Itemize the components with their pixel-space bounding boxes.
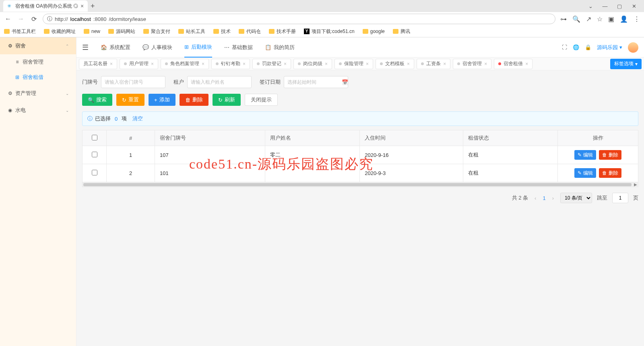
page-tabs: 员工花名册× 用户管理× 角色档案管理× 钉钉考勤× 罚款登记× 岗位岗级× 保… [76,58,644,70]
close-icon[interactable]: × [525,61,528,67]
door-input[interactable] [101,76,165,88]
delete-button[interactable]: 🗑删除 [180,94,208,106]
bookmark-item[interactable]: 代码仓 [239,28,261,35]
dot-icon [421,62,424,65]
bookmark-item[interactable]: 收藏的网址 [44,28,76,35]
grid-icon: ⊞ [184,44,189,50]
edit-button[interactable]: ✎编辑 [574,168,596,178]
close-icon[interactable]: × [284,61,287,67]
close-window-icon[interactable]: ✕ [630,3,638,9]
next-page-button[interactable]: › [551,195,555,201]
globe-icon[interactable]: 🌐 [573,44,579,50]
bookmark-item[interactable]: 聚合支付 [143,28,170,35]
horizontal-scrollbar[interactable]: ▶ [82,182,638,187]
avatar[interactable] [628,42,638,53]
url-input[interactable]: ⓘ http://localhost:8080/dormitory/lease [43,14,555,24]
nav-hr[interactable]: 💬人事模块 [142,37,172,58]
bookmark-item[interactable]: 技术 [213,28,231,35]
close-tip-button[interactable]: 关闭提示 [245,94,278,106]
user-dropdown[interactable]: 源码乐园▾ [597,44,622,51]
nav-system[interactable]: 🏠系统配置 [101,37,130,58]
close-icon[interactable]: × [202,61,204,67]
refresh-button[interactable]: ↻刷新 [213,94,241,106]
browser-tab[interactable]: ✳ 宿舍租借 OA协同办公系统 ◎ × [3,0,88,12]
close-icon[interactable]: × [110,61,113,67]
bookmark-item[interactable]: 书签工具栏 [4,28,36,35]
close-icon[interactable]: × [243,61,246,67]
star-icon[interactable]: ☆ [597,15,603,23]
reset-button[interactable]: ↻重置 [116,94,144,106]
page-tab[interactable]: 保险管理× [334,59,373,69]
extensions-icon[interactable]: ▣ [608,15,614,23]
edit-button[interactable]: ✎编辑 [574,150,596,160]
fullscreen-icon[interactable]: ⛶ [562,44,567,50]
add-button[interactable]: +添加 [149,94,175,106]
date-input[interactable] [284,76,348,88]
menu-icon[interactable]: ⋮ [634,15,640,23]
bookmark-item[interactable]: 腾讯 [393,28,410,35]
row-checkbox[interactable] [92,152,97,157]
close-icon[interactable]: × [325,61,328,67]
back-icon[interactable]: ← [4,15,12,23]
page-tab[interactable]: 员工花名册× [79,59,117,69]
clear-selection[interactable]: 清空 [132,115,143,122]
prev-page-button[interactable]: ‹ [533,195,538,201]
bookmark-item[interactable]: Y项目下载:code51.cn [304,28,355,35]
chevron-down-icon[interactable]: ⌄ [587,3,594,9]
current-page[interactable]: 1 [543,195,545,201]
bookmark-item[interactable]: 源码网站 [108,28,135,35]
page-tab-active[interactable]: 宿舍租借× [494,59,533,69]
calendar-icon[interactable]: 📅 [342,79,348,85]
page-tab[interactable]: 工资条× [417,59,450,69]
lock-icon[interactable]: 🔒 [585,44,591,50]
tenant-input[interactable] [187,76,252,88]
maximize-icon[interactable]: ▢ [616,3,623,9]
close-icon[interactable]: × [80,3,84,9]
select-all-checkbox[interactable] [92,135,97,140]
close-icon[interactable]: × [407,61,410,67]
nav-resume[interactable]: 📋我的简历 [265,37,295,58]
page-size-select[interactable]: 10 条/页 [560,193,592,203]
sidebar-item-dorm-lease[interactable]: ⊞ 宿舍租借 [0,70,76,85]
scroll-right-icon[interactable]: ▶ [634,182,637,187]
profile-icon[interactable]: 👤 [620,15,628,23]
row-delete-button[interactable]: 🗑删除 [599,150,621,160]
nav-logistics[interactable]: ⊞后勤模块 [184,37,212,58]
close-icon[interactable]: × [366,61,369,67]
page-tab[interactable]: 用户管理× [120,59,158,69]
forward-icon[interactable]: → [17,15,25,23]
tab-options-button[interactable]: 标签选项▾ [610,59,642,69]
reload-icon[interactable]: ⟳ [30,15,38,23]
goto-page-input[interactable] [612,193,628,203]
sidebar-item-dorm-manage[interactable]: ≡ 宿舍管理 [0,54,76,70]
search-button[interactable]: 🔍搜索 [82,94,112,106]
new-tab-button[interactable]: + [88,2,97,10]
page-tab[interactable]: 罚款登记× [252,59,291,69]
sidebar-group-utilities[interactable]: ◉ 水电 ⌄ [0,102,76,119]
bookmark-item[interactable]: 站长工具 [178,28,205,35]
sidebar-group-assets[interactable]: ⚙ 资产管理 ⌄ [0,85,76,102]
row-checkbox[interactable] [92,170,97,175]
page-tab[interactable]: 角色档案管理× [161,59,209,69]
key-icon[interactable]: ⊶ [560,15,567,23]
scrollbar-thumb[interactable] [83,183,632,186]
bookmark-item[interactable]: new [84,29,100,34]
close-icon[interactable]: × [443,61,446,67]
page-tab[interactable]: 宿舍管理× [453,59,491,69]
bookmark-item[interactable]: google [363,29,385,34]
minimize-icon[interactable]: — [601,3,609,9]
nav-basedata[interactable]: ⋯基础数据 [224,37,253,58]
bookmark-item[interactable]: 技术手册 [269,28,296,35]
page-tab[interactable]: 岗位岗级× [293,59,332,69]
close-icon[interactable]: × [484,61,487,67]
page-tab[interactable]: 钉钉考勤× [211,59,250,69]
hamburger-icon[interactable]: ☰ [82,43,89,52]
share-icon[interactable]: ↗ [586,15,591,23]
folder-icon [84,29,89,34]
close-icon[interactable]: × [151,61,154,67]
search-icon[interactable]: 🔍 [572,15,580,23]
date-label: 签订日期 [260,78,281,86]
row-delete-button[interactable]: 🗑删除 [599,168,621,178]
page-tab[interactable]: 文档模板× [376,59,414,69]
sidebar-group-dorm[interactable]: ⚙ 宿舍 ⌃ [0,37,76,54]
